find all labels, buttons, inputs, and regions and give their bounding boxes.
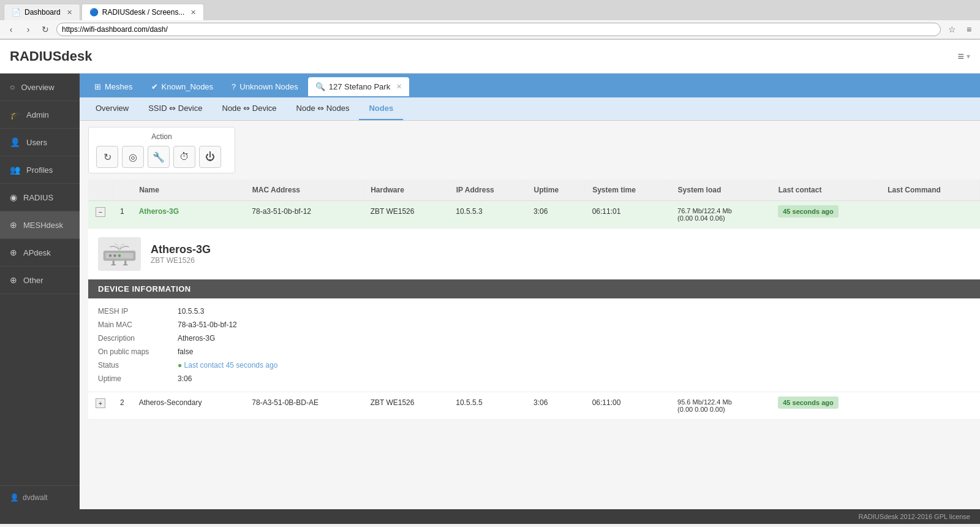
hamburger-btn[interactable]: ≡ ▾ (957, 50, 970, 63)
col-hardware: Hardware (363, 180, 449, 201)
field-key: Description (98, 334, 178, 343)
row-name: Atheros-3G (132, 201, 245, 229)
action-buttons: ↻ ◎ 🔧 ⏱ ⏻ (96, 146, 227, 168)
sidebar-item-users[interactable]: 👤 Users (0, 129, 80, 156)
device-info-row-main-mac: Main MAC 78-a3-51-0b-bf-12 (98, 318, 970, 332)
sidebar-item-radius[interactable]: ◉ RADIUS (0, 184, 80, 211)
field-val: 10.5.5.3 (178, 307, 204, 316)
sub-tab-ssid-device[interactable]: SSID ⇔ Device (138, 97, 212, 120)
admin-icon: 🎓 (10, 110, 20, 119)
search-tab-close[interactable]: ✕ (396, 83, 402, 91)
back-btn[interactable]: ‹ (5, 23, 17, 36)
sidebar-footer: 👤 dvdwalt (0, 485, 80, 509)
tab-icon: 🔵 (89, 8, 99, 17)
svg-point-2 (109, 254, 112, 257)
app-title: RADIUSdesk (10, 48, 92, 64)
field-key: Uptime (98, 374, 178, 383)
device-info-rows: MESH IP 10.5.5.3 Main MAC 78-a3-51-0b-bf… (88, 298, 980, 392)
bookmark-btn[interactable]: ☆ (946, 23, 958, 36)
sidebar-item-meshdesk[interactable]: ⊕ MESHdesk (0, 211, 80, 239)
overview-icon: ○ (10, 82, 15, 92)
action-bar: Action ↻ ◎ 🔧 ⏱ ⏻ (88, 127, 235, 173)
refresh-btn[interactable]: ↻ (39, 23, 51, 36)
field-key: Main MAC (98, 320, 178, 329)
row-ip: 10.5.5.3 (448, 201, 526, 229)
status-green-dot: ● (178, 361, 184, 370)
tab-close-btn[interactable]: ✕ (67, 9, 72, 17)
unknown-nodes-icon: ? (232, 82, 236, 91)
settings-btn[interactable]: ≡ (963, 23, 975, 36)
radius-icon: ◉ (10, 192, 17, 202)
power-action-btn[interactable]: ⏻ (199, 146, 221, 168)
row-mac: 78-a3-51-0b-bf-12 (244, 201, 363, 229)
known-nodes-icon: ✔ (151, 82, 158, 91)
device-name-block: Atheros-3G ZBT WE1526 (151, 243, 211, 265)
device-info-section-header: DEVICE INFORMATION (88, 279, 980, 298)
forward-btn[interactable]: › (22, 23, 34, 36)
sub-tab-nodes[interactable]: Nodes (359, 97, 403, 120)
top-tabs: ⊞ Meshes ✔ Known_Nodes ? Unknown Nodes 🔍… (80, 74, 980, 97)
expanded-device-cell: Atheros-3G ZBT WE1526 DEVICE INFORMATION… (88, 229, 980, 392)
router-icon (101, 240, 138, 268)
tab-close-btn[interactable]: ✕ (190, 9, 196, 17)
row-hardware: ZBT WE1526 (363, 392, 449, 420)
browser-chrome: 📄 Dashboard ✕ 🔵 RADIUSdesk / Screens... … (0, 0, 980, 40)
sidebar-item-admin[interactable]: 🎓 Admin (0, 101, 80, 129)
sidebar-item-profiles[interactable]: 👥 Profiles (0, 156, 80, 184)
time-action-btn[interactable]: ⏱ (173, 146, 195, 168)
svg-rect-6 (124, 260, 126, 264)
sidebar-item-apdesk[interactable]: ⊕ APdesk (0, 239, 80, 267)
col-name: Name (132, 180, 245, 201)
app-footer: RADIUSdesk 2012-2016 GPL license (0, 509, 980, 524)
expand-btn[interactable]: + (96, 398, 105, 408)
top-tab-meshes[interactable]: ⊞ Meshes (86, 76, 141, 97)
browser-tab-dashboard[interactable]: 📄 Dashboard ✕ (4, 4, 80, 20)
expand-cell[interactable]: − (88, 201, 113, 229)
field-key: Status (98, 361, 178, 370)
footer-text: RADIUSdesk 2012-2016 GPL license (859, 513, 970, 520)
col-expand (88, 180, 113, 201)
user-icon: 👤 (10, 493, 19, 502)
field-val: 3:06 (178, 374, 192, 383)
sub-tab-node-nodes[interactable]: Node ⇔ Nodes (287, 97, 360, 120)
content-area: ⊞ Meshes ✔ Known_Nodes ? Unknown Nodes 🔍… (80, 74, 980, 509)
url-input[interactable] (56, 23, 941, 36)
sidebar-item-overview[interactable]: ○ Overview (0, 74, 80, 101)
search-icon: 🔍 (315, 82, 325, 91)
row-uptime: 3:06 (526, 201, 585, 229)
field-key: On public maps (98, 347, 178, 356)
col-uptime: Uptime (526, 180, 585, 201)
row-num: 2 (113, 392, 132, 420)
location-action-btn[interactable]: ◎ (122, 146, 144, 168)
tools-action-btn[interactable]: 🔧 (148, 146, 170, 168)
sidebar-item-other[interactable]: ⊕ Other (0, 267, 80, 294)
meshdesk-icon: ⊕ (10, 220, 17, 230)
field-val: ● Last contact 45 seconds ago (178, 361, 277, 370)
refresh-action-btn[interactable]: ↻ (96, 146, 118, 168)
row-hardware: ZBT WE1526 (363, 201, 449, 229)
svg-rect-8 (123, 264, 128, 265)
row-system-load: 95.6 Mb/122.4 Mb(0.00 0.00 0.00) (670, 392, 771, 420)
row-last-command (880, 392, 980, 420)
status-link[interactable]: Last contact 45 seconds ago (184, 361, 278, 370)
top-tab-unknown-nodes[interactable]: ? Unknown Nodes (223, 76, 307, 97)
device-info-panel: Atheros-3G ZBT WE1526 DEVICE INFORMATION… (88, 229, 980, 392)
device-info-row-status: Status ● Last contact 45 seconds ago (98, 358, 970, 372)
expand-btn[interactable]: − (96, 207, 105, 217)
browser-tab-radiusdesk[interactable]: 🔵 RADIUSdesk / Screens... ✕ (81, 4, 205, 20)
other-icon: ⊕ (10, 275, 17, 285)
sub-tab-overview[interactable]: Overview (86, 97, 138, 120)
row-system-time: 06:11:01 (585, 201, 670, 229)
row-name: Atheros-Secondary (132, 392, 245, 420)
top-tab-known-nodes[interactable]: ✔ Known_Nodes (143, 76, 222, 97)
tab-icon: 📄 (12, 8, 21, 17)
node-name-text: Atheros-3G (139, 207, 179, 216)
top-tab-search[interactable]: 🔍 127 Stefano Park ✕ (308, 77, 409, 96)
col-num (113, 180, 132, 201)
nodes-table: Name MAC Address Hardware IP Address Upt… (88, 180, 980, 420)
expand-cell[interactable]: + (88, 392, 113, 420)
field-val: false (178, 347, 193, 356)
sub-tab-node-device[interactable]: Node ⇔ Device (213, 97, 287, 120)
device-header: Atheros-3G ZBT WE1526 (88, 229, 980, 279)
expanded-device-row: Atheros-3G ZBT WE1526 DEVICE INFORMATION… (88, 229, 980, 392)
